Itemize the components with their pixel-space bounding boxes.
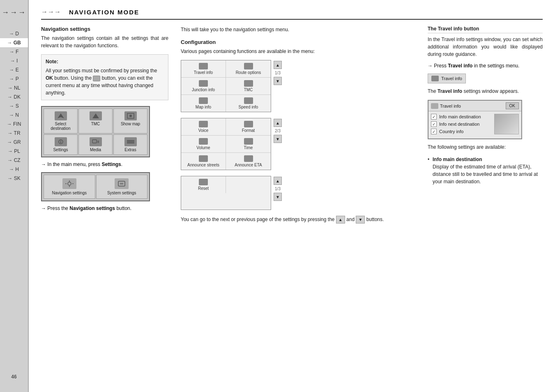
sidebar-item-h[interactable]: → H: [0, 165, 28, 174]
note-text: All your settings must be confirmed by p…: [46, 67, 164, 97]
checkbox-main-dest-label: Info main destination: [439, 114, 481, 119]
scroll-down-btn-3[interactable]: ▼: [274, 193, 282, 201]
menu-page-2-container: Voice Format Volume: [181, 118, 415, 170]
sidebar-arrows: →→→: [2, 8, 26, 17]
page-number: 46: [11, 374, 16, 380]
main-menu-link: → In the main menu, press Settings.: [41, 161, 168, 167]
checkbox-country-info-label: Country info: [439, 129, 463, 134]
sidebar-item-f[interactable]: → F: [0, 47, 28, 56]
scroll-up-btn-3[interactable]: ▲: [274, 177, 282, 185]
scroll-up-btn-1[interactable]: ▲: [274, 61, 282, 69]
svg-rect-10: [127, 143, 134, 143]
ok-button[interactable]: OK: [506, 102, 519, 109]
header-arrows: →→→: [41, 8, 61, 16]
svg-point-11: [68, 182, 71, 185]
checkbox-main-dest[interactable]: [431, 114, 437, 120]
travel-info-label: Travel info: [441, 76, 462, 81]
volume-cell: Volume: [181, 136, 226, 152]
menu-show-map: Show map: [115, 122, 145, 126]
checkbox-country: Country info: [431, 129, 491, 134]
menu-media: Media: [81, 148, 111, 152]
checkbox-next-dest-label: Info next destination: [439, 122, 479, 127]
checkbox-country-info[interactable]: [431, 129, 437, 134]
travel-info-window-body: Info main destination Info next destinat…: [428, 111, 521, 138]
right-column: This will take you to the navigation set…: [181, 26, 415, 228]
menu-row-4: Voice Format: [181, 118, 271, 136]
map-info-cell: Map info: [181, 95, 226, 112]
svg-point-4: [60, 140, 61, 141]
checkbox-next-dest[interactable]: [431, 121, 437, 127]
voice-cell: Voice: [181, 118, 226, 135]
sidebar-item-p[interactable]: → P: [0, 74, 28, 83]
svg-rect-6: [92, 140, 97, 143]
menu-row-6: Announce streets Announce ETA: [181, 153, 271, 170]
scroll-controls-2: ▲ 2/3 ▼: [274, 118, 282, 143]
travel-info-content: Info main destination Info next destinat…: [431, 114, 519, 136]
left-column: Navigation settings The navigation setti…: [41, 26, 168, 228]
menu-row-1: Travel info Route options: [181, 60, 271, 78]
sidebar: →→→ → D → GB → F → I → E → P → NL → DK →…: [0, 0, 29, 392]
page-title: NAVIGATION MODE: [69, 9, 139, 16]
bullet-text: Display of the estimated time of arrival…: [433, 164, 538, 184]
note-box: Note: All your settings must be confirme…: [41, 54, 168, 100]
svg-marker-0: [92, 113, 99, 118]
route-options-cell: Route options: [226, 60, 271, 77]
sidebar-item-s[interactable]: → S: [0, 101, 28, 111]
content-columns: Navigation settings The navigation setti…: [41, 26, 543, 228]
sidebar-item-tr[interactable]: → TR: [0, 129, 28, 138]
svg-rect-8: [127, 140, 134, 141]
menu-page-1: Travel info Route options Junction info: [181, 60, 271, 112]
travel-info-window-icon: [431, 103, 438, 109]
travel-info-header-left: Travel info: [431, 103, 461, 109]
bullet-title: Info main destination: [433, 157, 482, 162]
menu-page-1-container: Travel info Route options Junction info: [181, 60, 415, 112]
far-right-column: The Travel info button In the Travel inf…: [428, 26, 543, 228]
sidebar-item-pl[interactable]: → PL: [0, 147, 28, 156]
sidebar-item-gr[interactable]: → GR: [0, 138, 28, 147]
sidebar-item-i[interactable]: → I: [0, 56, 28, 65]
down-arrow-inline[interactable]: ▼: [356, 216, 365, 224]
nav-settings-menu-text: This will take you to the navigation set…: [181, 26, 415, 33]
checkbox-info-next: Info next destination: [431, 121, 491, 127]
scroll-down-btn-2[interactable]: ▼: [274, 135, 282, 143]
nav-settings-title: Navigation settings: [41, 26, 168, 32]
fraction-2: 2/3: [275, 129, 281, 133]
travel-info-window: Travel info OK Info main destination Inf: [428, 100, 522, 139]
settings-available-text: The following settings are available:: [428, 143, 543, 151]
scroll-controls-3: ▲ 1/3 ▼: [274, 176, 282, 201]
nav-settings-btn[interactable]: Navigation settings: [46, 191, 92, 195]
configuration-title: Configuration: [181, 39, 415, 45]
menu-extras: Extras: [115, 148, 145, 152]
and-text: and: [346, 217, 356, 222]
speed-info-cell: Speed info: [226, 95, 271, 112]
configuration-text: Various pages containing functions are a…: [181, 48, 415, 55]
system-settings-btn[interactable]: System settings: [99, 191, 145, 195]
settings-screenshot: Navigation settings System settings: [41, 172, 168, 201]
scroll-up-btn-2[interactable]: ▲: [274, 119, 282, 127]
menu-row-3: Map info Speed info: [181, 95, 271, 112]
menu-row-2: Junction info TMC: [181, 78, 271, 95]
sidebar-item-d[interactable]: → D: [0, 29, 28, 38]
menu-row-7: Reset: [181, 176, 271, 193]
sidebar-item-gb[interactable]: → GB: [0, 38, 28, 47]
format-cell: Format: [226, 118, 271, 135]
fraction-3: 1/3: [275, 187, 281, 191]
fraction-1: 1/3: [275, 71, 281, 75]
scroll-down-btn-1[interactable]: ▼: [274, 77, 282, 85]
travel-info-cell: Travel info: [181, 60, 226, 77]
up-arrow-inline[interactable]: ▲: [336, 216, 345, 224]
sidebar-item-nl[interactable]: → NL: [0, 83, 28, 92]
sidebar-item-cz[interactable]: → CZ: [0, 156, 28, 165]
empty-cell: [226, 176, 271, 193]
travel-info-thumbnail: [494, 114, 519, 134]
sidebar-item-n[interactable]: → N: [0, 111, 28, 120]
travel-info-icon-box: Travel info: [428, 74, 543, 83]
travel-info-window-title: Travel info: [440, 104, 461, 108]
sidebar-item-sk[interactable]: → SK: [0, 174, 28, 183]
menu-page-2: Voice Format Volume: [181, 118, 271, 170]
svg-rect-13: [120, 183, 123, 184]
sidebar-item-dk[interactable]: → DK: [0, 92, 28, 101]
junction-info-cell: Junction info: [181, 78, 226, 95]
sidebar-item-e[interactable]: → E: [0, 65, 28, 74]
sidebar-item-fin[interactable]: → FIN: [0, 120, 28, 129]
